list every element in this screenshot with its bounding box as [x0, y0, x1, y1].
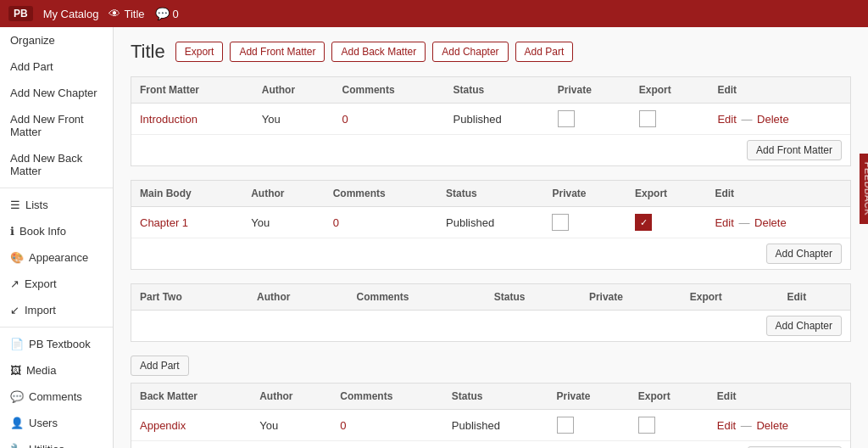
front-matter-col-edit: Edit: [709, 77, 850, 104]
back-matter-col-comments: Comments: [331, 384, 443, 410]
main-body-col-export: Export: [626, 181, 706, 207]
sidebar-label-book-info: Book Info: [19, 225, 66, 238]
add-chapter-part-two-button[interactable]: Add Chapter: [766, 316, 842, 336]
appendix-link[interactable]: Appendix: [140, 419, 186, 432]
add-part-button[interactable]: Add Part: [131, 356, 189, 376]
part-two-header-row: Part Two Author Comments Status Private …: [131, 284, 850, 311]
topbar: PB My Catalog 👁 Title 💬 0: [0, 0, 868, 27]
add-back-matter-button[interactable]: Add Back Matter: [331, 42, 426, 62]
back-matter-col-name: Back Matter: [131, 384, 251, 410]
back-matter-col-status: Status: [443, 384, 548, 410]
back-matter-row-comments: 0: [331, 410, 443, 441]
front-matter-introduction-link[interactable]: Introduction: [140, 113, 198, 126]
back-matter-row-export: [630, 410, 709, 441]
front-matter-table: Front Matter Author Comments Status Priv…: [131, 77, 850, 165]
main-body-row-private: [543, 207, 626, 238]
layout: Organize Add Part Add New Chapter Add Ne…: [0, 27, 868, 448]
table-row: Chapter 1 You 0 Published ✓: [131, 207, 850, 238]
main-body-add-row: Add Chapter: [131, 238, 850, 270]
front-matter-comment-count[interactable]: 0: [342, 113, 348, 126]
front-matter-delete-link[interactable]: Delete: [757, 113, 789, 126]
back-matter-row-private: [548, 410, 630, 441]
sidebar-item-add-new-back-matter[interactable]: Add New Back Matter: [0, 145, 113, 184]
sidebar-item-add-new-front-matter[interactable]: Add New Front Matter: [0, 106, 113, 145]
front-matter-section: Front Matter Author Comments Status Priv…: [131, 76, 851, 166]
sidebar-label-utilities: Utilities: [29, 443, 64, 448]
sidebar-item-book-info[interactable]: ℹ Book Info: [0, 218, 113, 244]
add-front-matter-button[interactable]: Add Front Matter: [230, 42, 325, 62]
sidebar-item-lists[interactable]: ☰ Lists: [0, 192, 113, 218]
export-icon: ↗: [10, 277, 19, 290]
front-matter-export-checkbox[interactable]: [639, 110, 656, 127]
back-matter-edit-link[interactable]: Edit: [717, 419, 736, 432]
add-front-matter-table-button[interactable]: Add Front Matter: [747, 140, 842, 160]
part-two-section: Part Two Author Comments Status Private …: [131, 283, 851, 342]
comments-link[interactable]: 💬 0: [155, 7, 179, 20]
front-matter-col-export: Export: [631, 77, 709, 104]
sidebar-item-utilities[interactable]: 🔧 Utilities: [0, 436, 113, 448]
sidebar-label-appearance: Appearance: [29, 251, 88, 264]
table-row: Appendix You 0 Published: [131, 410, 850, 441]
front-matter-edit-link[interactable]: Edit: [717, 113, 736, 126]
front-matter-row-name: Introduction: [131, 104, 253, 135]
front-matter-row-status: Published: [445, 104, 549, 135]
main-body-edit-link[interactable]: Edit: [715, 216, 733, 229]
sidebar-divider-1: [0, 188, 113, 188]
part-two-col-status: Status: [486, 284, 581, 311]
pb-logo[interactable]: PB: [8, 6, 33, 21]
main-body-comment-count[interactable]: 0: [333, 216, 339, 229]
textbook-icon: 📄: [10, 338, 24, 350]
sidebar-label-media: Media: [26, 364, 56, 377]
part-two-table: Part Two Author Comments Status Private …: [131, 284, 850, 341]
back-matter-private-checkbox[interactable]: [557, 417, 574, 434]
add-chapter-main-body-button[interactable]: Add Chapter: [766, 244, 842, 264]
sidebar-item-export[interactable]: ↗ Export: [0, 271, 113, 297]
main-body-col-name: Main Body: [131, 181, 242, 207]
sidebar-label-export: Export: [25, 277, 57, 290]
part-two-col-comments: Comments: [348, 284, 485, 311]
main-body-col-author: Author: [242, 181, 324, 207]
sidebar-label-add-new-back-matter: Add New Back Matter: [10, 152, 103, 177]
back-matter-header-row: Back Matter Author Comments Status Priva…: [131, 384, 850, 410]
front-matter-row-comments: 0: [334, 104, 445, 135]
back-matter-col-private: Private: [548, 384, 630, 410]
sidebar-label-users: Users: [29, 417, 58, 429]
main-body-row-name: Chapter 1: [131, 207, 242, 238]
import-icon: ↙: [10, 304, 19, 316]
lists-icon: ☰: [10, 199, 20, 211]
back-matter-export-checkbox[interactable]: [638, 417, 655, 434]
sidebar-item-comments[interactable]: 💬 Comments: [0, 384, 113, 410]
main-body-add-cell: Add Chapter: [131, 238, 850, 270]
sidebar-item-add-part[interactable]: Add Part: [0, 53, 113, 80]
sidebar-item-appearance[interactable]: 🎨 Appearance: [0, 244, 113, 271]
back-matter-delete-link[interactable]: Delete: [756, 419, 788, 432]
add-chapter-button[interactable]: Add Chapter: [432, 42, 508, 62]
main-body-row-export: ✓: [626, 207, 706, 238]
main-body-delete-link[interactable]: Delete: [754, 216, 787, 229]
sidebar-item-import[interactable]: ↙ Import: [0, 297, 113, 323]
main-body-row-author: You: [242, 207, 324, 238]
chapter1-link[interactable]: Chapter 1: [140, 216, 188, 229]
main-body-export-checkbox[interactable]: ✓: [635, 214, 652, 231]
sidebar-label-pb-textbook: PB Textbook: [29, 338, 91, 350]
page-title: Title: [131, 41, 165, 63]
add-part-button-header[interactable]: Add Part: [515, 42, 574, 62]
main-body-private-checkbox[interactable]: [552, 214, 569, 231]
front-matter-col-author: Author: [253, 77, 334, 104]
front-matter-private-checkbox[interactable]: [558, 110, 575, 127]
main-body-row-status: Published: [437, 207, 543, 238]
my-catalog-link[interactable]: My Catalog: [43, 8, 99, 20]
back-matter-comment-count[interactable]: 0: [340, 419, 346, 432]
part-two-col-name: Part Two: [131, 284, 248, 311]
sidebar-item-media[interactable]: 🖼 Media: [0, 357, 113, 384]
export-button[interactable]: Export: [175, 42, 224, 62]
feedback-tab[interactable]: FEEDBACK: [860, 154, 868, 224]
sidebar-item-add-new-chapter[interactable]: Add New Chapter: [0, 80, 113, 106]
back-matter-col-export: Export: [630, 384, 709, 410]
sidebar-item-pb-textbook[interactable]: 📄 PB Textbook: [0, 331, 113, 357]
sidebar-item-organize[interactable]: Organize: [0, 27, 113, 53]
sidebar-item-users[interactable]: 👤 Users: [0, 410, 113, 436]
back-matter-row-edit: Edit — Delete: [709, 410, 850, 441]
title-link[interactable]: 👁 Title: [108, 7, 144, 20]
main-body-header-row: Main Body Author Comments Status Private…: [131, 181, 850, 207]
